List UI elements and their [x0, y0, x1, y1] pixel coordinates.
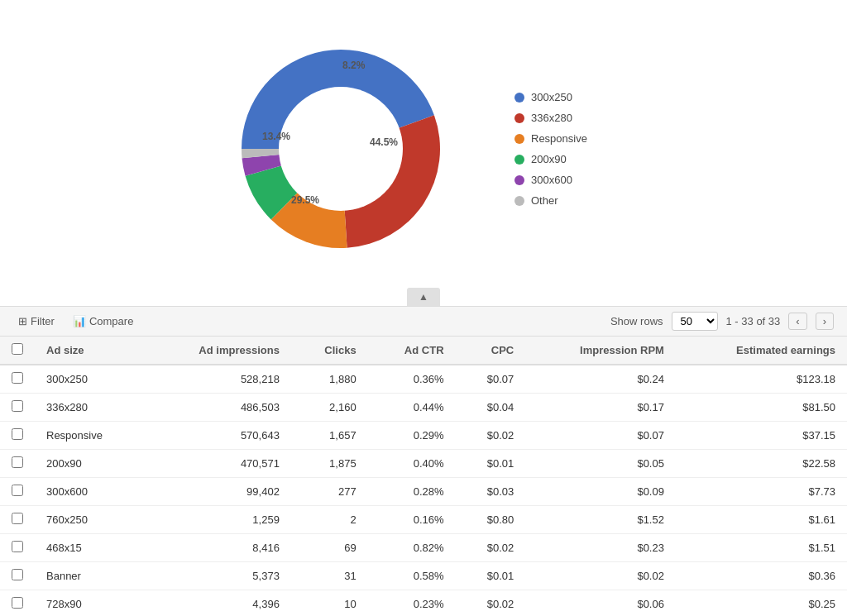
cell-ctr: 0.29%	[368, 422, 456, 450]
cell-cpc: $0.02	[456, 534, 526, 562]
chart-section: 44.5% 29.5% 13.4% 8.2% 300x250 336x280 R…	[0, 8, 847, 281]
legend-label-300x600: 300x600	[531, 174, 572, 186]
compare-button[interactable]: 📊 Compare	[68, 313, 138, 330]
legend-item-300x600: 300x600	[514, 174, 630, 186]
page-wrapper: 44.5% 29.5% 13.4% 8.2% 300x250 336x280 R…	[0, 0, 847, 616]
cell-ad-size: 300x250	[35, 365, 146, 394]
legend-dot-responsive	[514, 134, 524, 144]
row-checkbox-cell	[0, 450, 35, 478]
cell-ad-size: 760x250	[35, 506, 146, 534]
table-row: Banner 5,373 31 0.58% $0.01 $0.02 $0.36	[0, 562, 847, 590]
cell-impressions: 8,416	[146, 534, 291, 562]
show-rows-select[interactable]: 50 10 25 100	[672, 312, 718, 331]
cell-earnings: $0.25	[676, 590, 847, 617]
row-checkbox-cell	[0, 394, 35, 422]
cell-clicks: 1,880	[291, 365, 368, 394]
cell-rpm: $0.17	[525, 394, 676, 422]
row-checkbox-cell	[0, 365, 35, 394]
table-row: 300x600 99,402 277 0.28% $0.03 $0.09 $7.…	[0, 478, 847, 506]
legend-label-300x250: 300x250	[531, 91, 572, 103]
legend-label-336x280: 336x280	[531, 112, 572, 124]
chart-legend: 300x250 336x280 Responsive 200x90 300x60…	[514, 91, 630, 207]
row-checkbox-cell	[0, 562, 35, 590]
row-checkbox[interactable]	[12, 456, 23, 468]
cell-rpm: $0.02	[525, 562, 676, 590]
cell-rpm: $1.52	[525, 506, 676, 534]
cell-impressions: 99,402	[146, 478, 291, 506]
row-checkbox[interactable]	[12, 372, 23, 384]
legend-item-336x280: 336x280	[514, 112, 630, 124]
legend-item-300x250: 300x250	[514, 91, 630, 103]
row-checkbox[interactable]	[12, 428, 23, 440]
prev-page-button[interactable]: ‹	[788, 313, 806, 330]
cell-ad-size: 336x280	[35, 394, 146, 422]
cell-cpc: $0.03	[456, 478, 526, 506]
cell-impressions: 470,571	[146, 450, 291, 478]
show-rows-label: Show rows	[610, 315, 663, 327]
cell-earnings: $22.58	[676, 450, 847, 478]
cell-cpc: $0.80	[456, 506, 526, 534]
cell-clicks: 1,875	[291, 450, 368, 478]
row-checkbox[interactable]	[12, 541, 23, 552]
cell-impressions: 5,373	[146, 562, 291, 590]
filter-label: Filter	[31, 315, 55, 327]
toolbar-right: Show rows 50 10 25 100 1 - 33 of 33 ‹ ›	[610, 312, 834, 331]
cell-impressions: 1,259	[146, 506, 291, 534]
cell-rpm: $0.24	[525, 365, 676, 394]
collapse-button[interactable]: ▲	[407, 288, 440, 306]
table-row: 468x15 8,416 69 0.82% $0.02 $0.23 $1.51	[0, 534, 847, 562]
row-checkbox-cell	[0, 422, 35, 450]
table-row: Responsive 570,643 1,657 0.29% $0.02 $0.…	[0, 422, 847, 450]
cell-earnings: $1.61	[676, 506, 847, 534]
cell-cpc: $0.01	[456, 562, 526, 590]
row-checkbox-cell	[0, 478, 35, 506]
table-row: 300x250 528,218 1,880 0.36% $0.07 $0.24 …	[0, 365, 847, 394]
cell-rpm: $0.09	[525, 478, 676, 506]
cell-cpc: $0.04	[456, 394, 526, 422]
svg-point-0	[279, 87, 403, 211]
legend-dot-200x90	[514, 155, 524, 165]
table-row: 728x90 4,396 10 0.23% $0.02 $0.06 $0.25	[0, 590, 847, 617]
cell-earnings: $37.15	[676, 422, 847, 450]
cell-ctr: 0.58%	[368, 562, 456, 590]
cell-earnings: $7.73	[676, 478, 847, 506]
header-clicks: Clicks	[291, 337, 368, 365]
cell-ad-size: 468x15	[35, 534, 146, 562]
legend-item-responsive: Responsive	[514, 132, 630, 145]
table-header-row: Ad size Ad impressions Clicks Ad CTR CPC…	[0, 337, 847, 365]
cell-ctr: 0.23%	[368, 590, 456, 617]
cell-earnings: $0.36	[676, 562, 847, 590]
row-checkbox[interactable]	[12, 400, 23, 412]
row-checkbox[interactable]	[12, 485, 23, 496]
cell-rpm: $0.05	[525, 450, 676, 478]
cell-clicks: 31	[291, 562, 368, 590]
cell-earnings: $123.18	[676, 365, 847, 394]
row-checkbox[interactable]	[12, 597, 23, 609]
cell-rpm: $0.06	[525, 590, 676, 617]
cell-ad-size: Banner	[35, 562, 146, 590]
select-all-checkbox[interactable]	[12, 343, 23, 355]
table-row: 760x250 1,259 2 0.16% $0.80 $1.52 $1.61	[0, 506, 847, 534]
cell-ad-size: Responsive	[35, 422, 146, 450]
cell-clicks: 2	[291, 506, 368, 534]
filter-button[interactable]: ⊞ Filter	[13, 313, 60, 330]
donut-chart: 44.5% 29.5% 13.4% 8.2%	[217, 25, 465, 273]
cell-ctr: 0.40%	[368, 450, 456, 478]
cell-impressions: 486,503	[146, 394, 291, 422]
next-page-button[interactable]: ›	[816, 313, 834, 330]
header-checkbox-cell	[0, 337, 35, 365]
table-body: 300x250 528,218 1,880 0.36% $0.07 $0.24 …	[0, 365, 847, 616]
header-impressions: Ad impressions	[146, 337, 291, 365]
legend-dot-300x250	[514, 93, 524, 103]
legend-label-other: Other	[531, 194, 558, 207]
cell-ad-size: 200x90	[35, 450, 146, 478]
compare-icon: 📊	[73, 315, 86, 327]
row-checkbox[interactable]	[12, 513, 23, 524]
table-row: 200x90 470,571 1,875 0.40% $0.01 $0.05 $…	[0, 450, 847, 478]
cell-clicks: 69	[291, 534, 368, 562]
header-cpc: CPC	[456, 337, 526, 365]
row-checkbox[interactable]	[12, 569, 23, 580]
row-checkbox-cell	[0, 590, 35, 617]
cell-impressions: 528,218	[146, 365, 291, 394]
cell-clicks: 1,657	[291, 422, 368, 450]
